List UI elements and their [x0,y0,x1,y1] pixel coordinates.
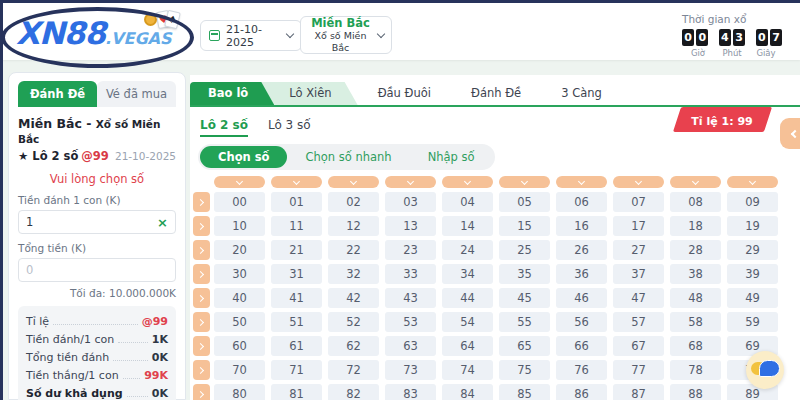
number-cell[interactable]: 18 [670,216,721,236]
number-cell[interactable]: 03 [385,192,436,212]
number-cell[interactable]: 11 [271,216,322,236]
number-cell[interactable]: 16 [556,216,607,236]
number-cell[interactable]: 49 [727,288,778,308]
number-cell[interactable]: 59 [727,312,778,332]
number-cell[interactable]: 09 [727,192,778,212]
number-cell[interactable]: 53 [385,312,436,332]
row-select-button[interactable] [193,312,210,332]
number-cell[interactable]: 02 [328,192,379,212]
number-cell[interactable]: 87 [613,384,664,400]
column-select-button[interactable] [727,176,778,188]
number-cell[interactable]: 80 [214,384,265,400]
number-cell[interactable]: 52 [328,312,379,332]
pill-chon-so-nhanh[interactable]: Chọn số nhanh [287,146,409,168]
tab-bao-lo[interactable]: Bao lô [190,82,274,105]
number-cell[interactable]: 73 [385,360,436,380]
number-cell[interactable]: 01 [271,192,322,212]
number-cell[interactable]: 05 [499,192,550,212]
number-cell[interactable]: 45 [499,288,550,308]
number-cell[interactable]: 46 [556,288,607,308]
number-cell[interactable]: 88 [670,384,721,400]
subtab-lo-3-so[interactable]: Lô 3 số [268,118,311,137]
number-cell[interactable]: 20 [214,240,265,260]
number-cell[interactable]: 83 [385,384,436,400]
number-cell[interactable]: 26 [556,240,607,260]
number-cell[interactable]: 84 [442,384,493,400]
number-cell[interactable]: 58 [670,312,721,332]
region-dropdown[interactable]: Miền Bắc Xổ số Miền Bắc [300,16,392,54]
number-cell[interactable]: 38 [670,264,721,284]
number-cell[interactable]: 06 [556,192,607,212]
number-cell[interactable]: 64 [442,336,493,356]
number-cell[interactable]: 19 [727,216,778,236]
number-cell[interactable]: 82 [328,384,379,400]
number-cell[interactable]: 41 [271,288,322,308]
clear-stake-icon[interactable]: × [157,216,168,229]
number-cell[interactable]: 12 [328,216,379,236]
number-cell[interactable]: 66 [556,336,607,356]
number-cell[interactable]: 30 [214,264,265,284]
number-cell[interactable]: 60 [214,336,265,356]
number-cell[interactable]: 22 [328,240,379,260]
number-cell[interactable]: 00 [214,192,265,212]
number-cell[interactable]: 34 [442,264,493,284]
number-cell[interactable]: 23 [385,240,436,260]
number-cell[interactable]: 32 [328,264,379,284]
number-cell[interactable]: 37 [613,264,664,284]
number-cell[interactable]: 61 [271,336,322,356]
number-cell[interactable]: 36 [556,264,607,284]
column-select-button[interactable] [670,176,721,188]
number-cell[interactable]: 08 [670,192,721,212]
number-cell[interactable]: 55 [499,312,550,332]
brand-logo[interactable]: XN88.VEGAS ♥♠ [16,15,171,51]
number-cell[interactable]: 21 [271,240,322,260]
number-cell[interactable]: 74 [442,360,493,380]
number-cell[interactable]: 85 [499,384,550,400]
number-cell[interactable]: 86 [556,384,607,400]
column-select-button[interactable] [271,176,322,188]
number-cell[interactable]: 24 [442,240,493,260]
subtab-lo-2-so[interactable]: Lô 2 số [200,118,248,137]
number-cell[interactable]: 07 [613,192,664,212]
pill-chon-so[interactable]: Chọn số [200,146,287,168]
column-select-button[interactable] [328,176,379,188]
row-select-button[interactable] [193,216,210,236]
column-select-button[interactable] [442,176,493,188]
number-cell[interactable]: 33 [385,264,436,284]
number-cell[interactable]: 75 [499,360,550,380]
number-cell[interactable]: 14 [442,216,493,236]
number-cell[interactable]: 51 [271,312,322,332]
number-cell[interactable]: 43 [385,288,436,308]
row-select-button[interactable] [193,192,210,212]
draw-date-picker[interactable]: 21-10-2025 [200,20,302,51]
number-cell[interactable]: 40 [214,288,265,308]
tab-lo-xien[interactable]: Lô Xiên [261,82,357,105]
number-cell[interactable]: 71 [271,360,322,380]
number-cell[interactable]: 04 [442,192,493,212]
tab-dau-duoi[interactable]: Đầu Đuôi [358,82,451,105]
column-select-button[interactable] [499,176,550,188]
number-cell[interactable]: 10 [214,216,265,236]
number-cell[interactable]: 65 [499,336,550,356]
column-select-button[interactable] [214,176,265,188]
row-select-button[interactable] [193,384,210,400]
row-select-button[interactable] [193,288,210,308]
number-cell[interactable]: 54 [442,312,493,332]
number-cell[interactable]: 56 [556,312,607,332]
number-cell[interactable]: 39 [727,264,778,284]
number-cell[interactable]: 15 [499,216,550,236]
number-cell[interactable]: 63 [385,336,436,356]
number-cell[interactable]: 72 [328,360,379,380]
column-select-button[interactable] [556,176,607,188]
number-cell[interactable]: 81 [271,384,322,400]
number-cell[interactable]: 42 [328,288,379,308]
stake-input[interactable] [26,215,157,229]
total-input[interactable] [26,263,168,277]
chat-support-button[interactable] [746,351,784,389]
number-cell[interactable]: 50 [214,312,265,332]
row-select-button[interactable] [193,360,210,380]
sidebar-tab-ve-da-mua[interactable]: Vé đã mua [97,81,176,107]
row-select-button[interactable] [193,264,210,284]
number-cell[interactable]: 17 [613,216,664,236]
tab-danh-de[interactable]: Đánh Đề [451,82,541,105]
